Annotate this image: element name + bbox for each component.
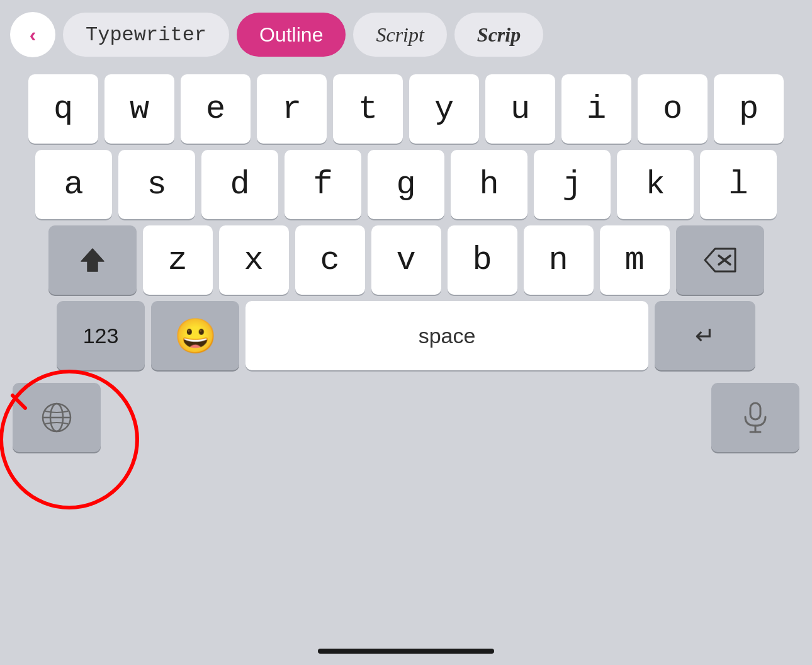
key-c[interactable]: c bbox=[295, 225, 365, 295]
key-x[interactable]: x bbox=[219, 225, 289, 295]
font-chip-script-bold[interactable]: Scrip bbox=[454, 13, 543, 57]
key-h[interactable]: h bbox=[451, 150, 527, 219]
key-m[interactable]: m bbox=[600, 225, 670, 295]
key-row-2: a s d f g h j k l bbox=[5, 150, 807, 219]
globe-icon bbox=[40, 401, 73, 434]
key-v[interactable]: v bbox=[371, 225, 441, 295]
font-selector-bar: ‹ Typewriter Outline Script Scrip bbox=[0, 0, 812, 69]
key-i[interactable]: i bbox=[561, 74, 631, 144]
key-g[interactable]: g bbox=[368, 150, 444, 219]
key-d[interactable]: d bbox=[201, 150, 278, 219]
globe-area bbox=[13, 383, 138, 509]
font-chip-script[interactable]: Script bbox=[353, 13, 446, 57]
key-e[interactable]: e bbox=[181, 74, 251, 144]
num-key[interactable]: 123 bbox=[57, 301, 145, 370]
key-k[interactable]: k bbox=[617, 150, 694, 219]
back-icon: ‹ bbox=[30, 23, 37, 47]
delete-icon bbox=[704, 247, 736, 273]
font-chip-typewriter[interactable]: Typewriter bbox=[63, 13, 229, 57]
keyboard: q w e r t y u i o p a s d f g h j k l z … bbox=[0, 69, 812, 370]
key-s[interactable]: s bbox=[118, 150, 195, 219]
mic-key[interactable] bbox=[711, 383, 799, 452]
key-b[interactable]: b bbox=[448, 225, 517, 295]
key-l[interactable]: l bbox=[700, 150, 777, 219]
key-j[interactable]: j bbox=[534, 150, 611, 219]
key-row-1: q w e r t y u i o p bbox=[5, 74, 807, 144]
mic-icon bbox=[742, 402, 769, 433]
key-row-3: z x c v b n m bbox=[5, 225, 807, 295]
back-button[interactable]: ‹ bbox=[10, 12, 55, 57]
delete-key[interactable] bbox=[676, 225, 764, 295]
key-o[interactable]: o bbox=[638, 74, 708, 144]
svg-rect-6 bbox=[750, 403, 760, 419]
shift-key[interactable] bbox=[48, 225, 137, 295]
key-f[interactable]: f bbox=[285, 150, 361, 219]
home-bar bbox=[318, 649, 494, 654]
return-icon: ↵ bbox=[695, 322, 715, 350]
key-q[interactable]: q bbox=[28, 74, 98, 144]
key-w[interactable]: w bbox=[104, 74, 174, 144]
space-key[interactable]: space bbox=[245, 301, 648, 370]
key-row-4: 123 😀 space ↵ bbox=[5, 301, 807, 370]
emoji-key[interactable]: 😀 bbox=[151, 301, 239, 370]
key-r[interactable]: r bbox=[257, 74, 327, 144]
key-t[interactable]: t bbox=[333, 74, 403, 144]
key-u[interactable]: u bbox=[485, 74, 555, 144]
key-a[interactable]: a bbox=[35, 150, 112, 219]
bottom-row bbox=[0, 377, 812, 477]
key-z[interactable]: z bbox=[143, 225, 213, 295]
key-n[interactable]: n bbox=[524, 225, 594, 295]
globe-key[interactable] bbox=[13, 383, 101, 452]
key-p[interactable]: p bbox=[714, 74, 784, 144]
return-key[interactable]: ↵ bbox=[655, 301, 755, 370]
font-chip-outline[interactable]: Outline bbox=[237, 13, 346, 57]
shift-icon bbox=[79, 246, 106, 274]
key-y[interactable]: y bbox=[409, 74, 479, 144]
